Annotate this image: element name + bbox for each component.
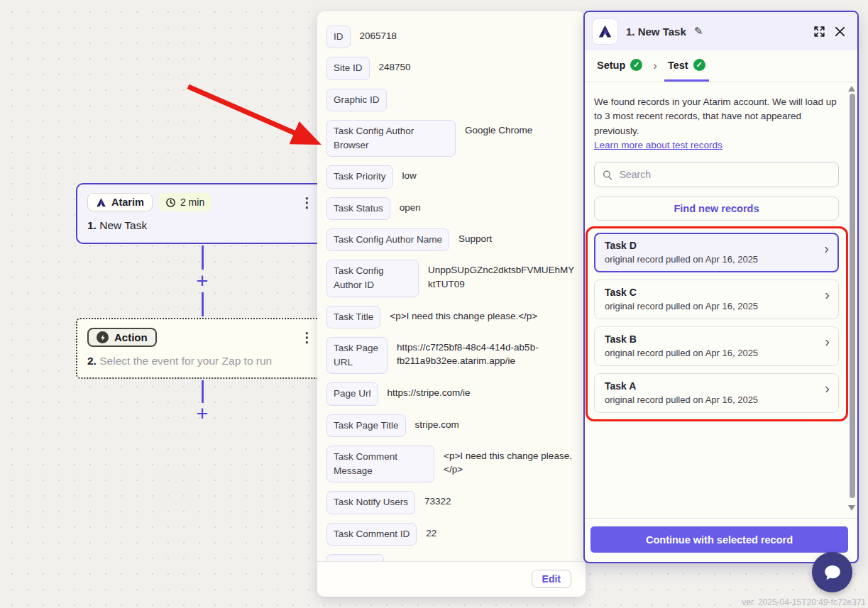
trigger-step-name: New Task [99,219,147,231]
field-row-task-priority: Task Priority low [326,165,575,188]
field-value: https://c7f25bf8-48c4-414d-ab5b-fb211a9b… [397,337,575,368]
action-menu-kebab-icon[interactable]: ⋮ [300,331,314,344]
record-title: Task D [605,240,817,251]
field-label-chip: Task Type [326,554,384,561]
test-panel-tabs: Setup ✓ › Test ✓ [585,50,857,82]
tab-setup[interactable]: Setup ✓ [593,50,646,82]
action-node[interactable]: Action ⋮ 2. Select the event for your Za… [76,318,326,379]
record-card-task-b[interactable]: Task B original record pulled on Apr 16,… [594,326,839,366]
field-value: low [402,165,417,183]
field-value: Support [458,228,492,246]
field-value: 2065718 [360,26,397,43]
field-label-chip: Task Priority [326,165,393,188]
field-label-chip: ID [326,26,351,48]
field-label-chip: Task Page URL [326,337,388,375]
field-row-notify-users: Task Notify Users 73322 [326,491,575,514]
test-complete-check-icon: ✓ [693,59,705,71]
record-title: Task C [605,287,817,298]
edit-button[interactable]: Edit [532,570,571,588]
learn-more-link[interactable]: Learn more about test records [594,140,723,150]
version-label: ver. 2025-04-15T20:49-fc72e371 [742,597,866,607]
find-new-records-button[interactable]: Find new records [594,197,839,221]
field-value: Page [393,554,416,561]
continue-with-selected-record-button[interactable]: Continue with selected record [590,526,848,553]
connector-line [202,292,204,316]
atarim-logo-box [592,18,618,45]
trigger-step-title: 1. New Task [87,219,315,232]
field-row-page-url: Page Url https://stripe.com/ie [326,382,575,405]
add-step-button[interactable]: + [192,271,212,291]
action-step-name: Select the event for your Zap to run [99,355,272,367]
add-step-button[interactable]: + [192,404,212,424]
scrollbar-down-arrow[interactable] [848,505,855,511]
rename-pencil-icon[interactable]: ✎ [694,25,703,38]
field-row-comment-message: Task Comment Message <p>I need this chan… [326,446,575,483]
atarim-app-chip[interactable]: Atarim [87,193,153,211]
record-title: Task A [605,380,817,392]
trigger-menu-kebab-icon[interactable]: ⋮ [300,196,314,209]
record-field-list: ID 2065718 Site ID 248750 Graphic ID Tas… [317,11,586,561]
tab-chevron-icon: › [649,50,661,82]
field-label-chip: Task Config Author Name [326,228,449,251]
record-subtitle: original record pulled on Apr 16, 2025 [605,301,817,311]
record-card-task-c[interactable]: Task C original record pulled on Apr 16,… [594,280,839,319]
action-step-number: 2. [87,355,97,367]
trigger-node[interactable]: Atarim 2 min ⋮ 1. New Task [76,183,326,244]
chat-bubble-icon [823,563,842,582]
tab-test-label: Test [668,60,688,71]
field-row-task-title: Task Title <p>I need this change please.… [326,306,575,328]
scrollbar-up-arrow[interactable] [848,86,855,92]
test-panel-footer: Continue with selected record [585,518,857,562]
tab-test[interactable]: Test ✓ [664,50,709,82]
field-value: https://stripe.com/ie [388,382,471,400]
chevron-right-icon: › [825,287,830,302]
field-row-author-name: Task Config Author Name Support [326,228,575,251]
field-value: 22 [426,523,436,541]
record-subtitle: original record pulled on Apr 16, 2025 [605,254,817,265]
connector-line [202,380,204,403]
field-value: 73322 [424,491,451,509]
action-chip-label: Action [114,331,148,343]
scrollbar-thumb[interactable] [850,94,855,498]
record-popup-footer: Edit [317,561,586,597]
field-row-id: ID 2065718 [326,26,575,48]
record-card-task-a[interactable]: Task A original record pulled on Apr 16,… [594,373,839,413]
field-row-task-type: Task Type Page [326,554,575,561]
record-list: Task D original record pulled on Apr 16,… [594,233,839,413]
chat-widget-button[interactable] [812,552,852,592]
search-input[interactable] [620,169,831,180]
field-value: UnppSUpGZnc2dktsbFVMUEhMYktTUT09 [428,260,575,291]
close-panel-icon[interactable] [834,26,846,38]
atarim-logo-icon [96,197,106,208]
field-row-comment-id: Task Comment ID 22 [326,523,575,546]
tab-setup-label: Setup [597,60,625,71]
lightning-bolt-icon [97,331,109,343]
field-label-chip: Task Config Author Browser [326,120,456,157]
record-title: Task B [605,333,817,345]
field-label-chip: Task Page Title [326,414,406,437]
field-label-chip: Task Comment ID [326,523,417,546]
clock-icon [165,197,176,208]
duration-chip[interactable]: 2 min [158,193,211,211]
field-value: stripe.com [415,414,459,432]
field-row-task-page-url: Task Page URL https://c7f25bf8-48c4-414d… [326,337,575,375]
test-step-panel: 1. New Task ✎ Setup ✓ › Test ✓ We foun [583,11,859,563]
field-row-task-status: Task Status open [326,197,575,220]
field-value: <p>I need this change please.</p> [390,306,537,324]
app-chip-label: Atarim [111,197,144,208]
records-description: We found records in your Atarim account.… [594,95,839,153]
field-label-chip: Page Url [326,382,378,405]
panel-step-title: 1. New Task [626,26,686,38]
expand-panel-icon[interactable] [813,25,826,38]
records-description-text: We found records in your Atarim account.… [594,96,837,136]
test-panel-body: We found records in your Atarim account.… [585,82,857,518]
record-search-box[interactable] [594,162,839,187]
duration-chip-label: 2 min [180,197,204,208]
chevron-right-icon: › [825,334,830,348]
field-label-chip: Site ID [326,57,370,79]
action-chip[interactable]: Action [87,328,157,347]
field-value: 248750 [379,57,411,74]
field-value: open [400,197,421,215]
action-chip-row: Action [87,328,315,347]
record-card-task-d[interactable]: Task D original record pulled on Apr 16,… [594,233,839,272]
